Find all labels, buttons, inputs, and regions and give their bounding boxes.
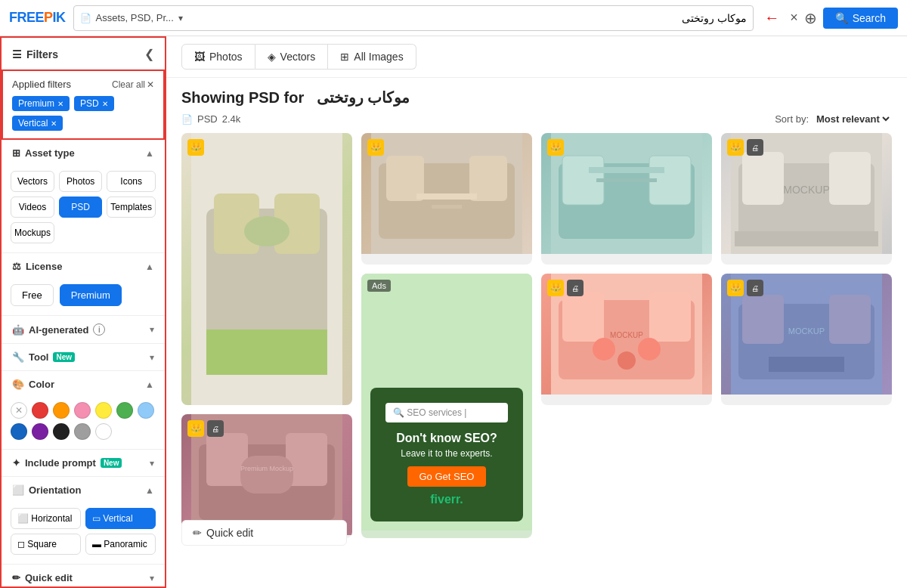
ai-generated-header[interactable]: 🤖 AI-generated i ▾ xyxy=(2,316,165,343)
orientation-icon: ⬜ xyxy=(12,484,24,496)
filter-tag-psd[interactable]: PSD ✕ xyxy=(74,96,114,111)
color-none[interactable]: ✕ xyxy=(11,402,27,419)
ad-content-area: Ads 🔍 SEO services | Don't know SEO? Lea… xyxy=(361,274,532,531)
image-card-4[interactable]: MOCKUP 👑 🖨 xyxy=(721,133,892,265)
include-prompt-title: ✦ Include prompt New xyxy=(12,457,122,469)
orientation-horizontal[interactable]: ⬜ Horizontal xyxy=(11,508,81,529)
color-white[interactable] xyxy=(95,423,112,440)
orientation-vertical[interactable]: ▭ Vertical xyxy=(85,508,156,529)
ad-cta-button[interactable]: Go Get SEO xyxy=(407,466,487,487)
clear-all-x: ✕ xyxy=(147,79,154,90)
orientation-panoramic[interactable]: ▬ Panoramic xyxy=(85,534,156,555)
svg-rect-34 xyxy=(742,295,784,344)
asset-type-psd[interactable]: PSD xyxy=(59,197,102,218)
svg-rect-21 xyxy=(829,152,871,205)
tool-icon: 🔧 xyxy=(12,351,24,363)
fiverr-logo: fiverr. xyxy=(385,493,508,506)
sidebar: ☰ Filters ❮ Applied filters Clear all ✕ … xyxy=(0,36,166,588)
image-card-5[interactable]: MOCKUP 👑 🖨 xyxy=(541,274,712,405)
quick-edit-header[interactable]: ✏ Quick edit ▾ xyxy=(2,565,165,588)
photos-tab-label: Photos xyxy=(209,51,243,63)
tab-all-images[interactable]: ⊞ All Images xyxy=(328,44,416,70)
tab-photos[interactable]: 🖼 Photos xyxy=(181,44,255,70)
tool-header[interactable]: 🔧 Tool New ▾ xyxy=(2,344,165,370)
search-tab-dropdown[interactable]: ▾ xyxy=(178,13,183,23)
svg-point-5 xyxy=(244,216,289,246)
clear-all-button[interactable]: Clear all ✕ xyxy=(112,79,154,90)
svg-rect-16 xyxy=(589,167,664,173)
ad-title: Don't know SEO? xyxy=(385,432,508,445)
asset-type-section: ⊞ Asset type ▲ Vectors Photos Icons Vide… xyxy=(2,140,165,253)
color-header[interactable]: 🎨 Color ▲ xyxy=(2,371,165,398)
image-card-3[interactable]: 👑 xyxy=(541,133,712,265)
remove-psd-icon[interactable]: ✕ xyxy=(102,100,108,108)
svg-rect-36 xyxy=(769,357,844,372)
ai-generated-section: 🤖 AI-generated i ▾ xyxy=(2,316,165,344)
asset-type-icons[interactable]: Icons xyxy=(107,171,156,192)
svg-rect-27 xyxy=(649,292,691,342)
svg-rect-22 xyxy=(735,231,878,246)
include-prompt-label: Include prompt xyxy=(25,457,96,469)
collapse-sidebar-button[interactable]: ❮ xyxy=(144,47,154,61)
asset-type-videos[interactable]: Videos xyxy=(11,197,54,218)
remove-vertical-icon[interactable]: ✕ xyxy=(51,119,57,128)
license-free[interactable]: Free xyxy=(11,284,54,306)
quick-edit-bar[interactable]: ✏ Quick edit xyxy=(181,520,347,546)
license-premium[interactable]: Premium xyxy=(60,284,122,306)
premium-badge-3: 👑 xyxy=(547,139,564,156)
image-card-1[interactable]: 👑 xyxy=(181,133,352,405)
image-card-6[interactable]: MOCKUP 👑 🖨 xyxy=(721,274,892,405)
color-green[interactable] xyxy=(116,402,133,419)
color-orange[interactable] xyxy=(53,402,70,419)
color-yellow[interactable] xyxy=(95,402,112,419)
search-tab-icon: 📄 xyxy=(80,13,91,23)
svg-text:MOCKUP: MOCKUP xyxy=(783,184,829,196)
color-black[interactable] xyxy=(53,423,70,440)
color-lightblue[interactable] xyxy=(138,402,154,419)
premium-badge-7: 👑 xyxy=(187,420,204,437)
search-button[interactable]: 🔍 Search xyxy=(823,8,898,29)
asset-type-mockups[interactable]: Mockups xyxy=(11,222,54,243)
quick-edit-section: ✏ Quick edit ▾ xyxy=(2,565,165,588)
main-layout: ☰ Filters ❮ Applied filters Clear all ✕ … xyxy=(0,36,907,588)
orientation-square[interactable]: ◻ Square xyxy=(11,534,81,555)
mockup-badge-6: 🖨 xyxy=(747,280,763,296)
ai-generated-icon: 🤖 xyxy=(12,324,24,336)
image-card-2[interactable]: 👑 xyxy=(361,133,532,265)
asset-type-templates[interactable]: Templates xyxy=(107,197,156,218)
search-bar[interactable]: 📄 Assets, PSD, Pr... ▾ xyxy=(73,5,754,31)
remove-premium-icon[interactable]: ✕ xyxy=(57,100,63,108)
arrow-icon[interactable]: ← xyxy=(761,9,782,26)
color-gray[interactable] xyxy=(74,423,91,440)
asset-type-photos[interactable]: Photos xyxy=(59,171,102,192)
color-purple[interactable] xyxy=(32,423,48,440)
include-prompt-header[interactable]: ✦ Include prompt New ▾ xyxy=(2,450,165,476)
svg-point-29 xyxy=(618,351,636,370)
svg-text:Premium Mockup: Premium Mockup xyxy=(240,465,293,472)
orientation-header[interactable]: ⬜ Orientation ▲ xyxy=(2,477,165,503)
ai-generated-info-icon[interactable]: i xyxy=(93,323,105,336)
svg-rect-26 xyxy=(562,292,604,342)
filter-tag-vertical[interactable]: Vertical ✕ xyxy=(12,116,63,131)
ad-card[interactable]: Ads 🔍 SEO services | Don't know SEO? Lea… xyxy=(361,274,532,538)
search-input[interactable] xyxy=(187,12,747,24)
asset-type-header[interactable]: ⊞ Asset type ▲ xyxy=(2,140,165,166)
color-pink[interactable] xyxy=(74,402,91,419)
quick-edit-chevron: ▾ xyxy=(150,573,154,583)
sort-select[interactable]: Most relevant Most recent xyxy=(813,113,892,125)
translate-button[interactable]: ⊕ xyxy=(804,9,817,27)
license-header[interactable]: ⚖ License ▲ xyxy=(2,253,165,280)
photos-tab-icon: 🖼 xyxy=(194,51,205,63)
color-blue[interactable] xyxy=(11,423,27,440)
asset-type-vectors[interactable]: Vectors xyxy=(11,171,54,192)
svg-rect-42 xyxy=(240,456,293,494)
color-title: 🎨 Color xyxy=(12,379,54,390)
color-red[interactable] xyxy=(32,402,48,419)
tab-vectors[interactable]: ◈ Vectors xyxy=(255,44,329,70)
quick-edit-bar-label: Quick edit xyxy=(206,527,253,539)
close-button[interactable]: × xyxy=(790,10,798,26)
tool-new-badge: New xyxy=(53,352,75,362)
premium-badge-5: 👑 xyxy=(547,280,564,296)
ai-generated-label: AI-generated xyxy=(29,324,88,336)
filter-tag-premium[interactable]: Premium ✕ xyxy=(12,96,70,111)
